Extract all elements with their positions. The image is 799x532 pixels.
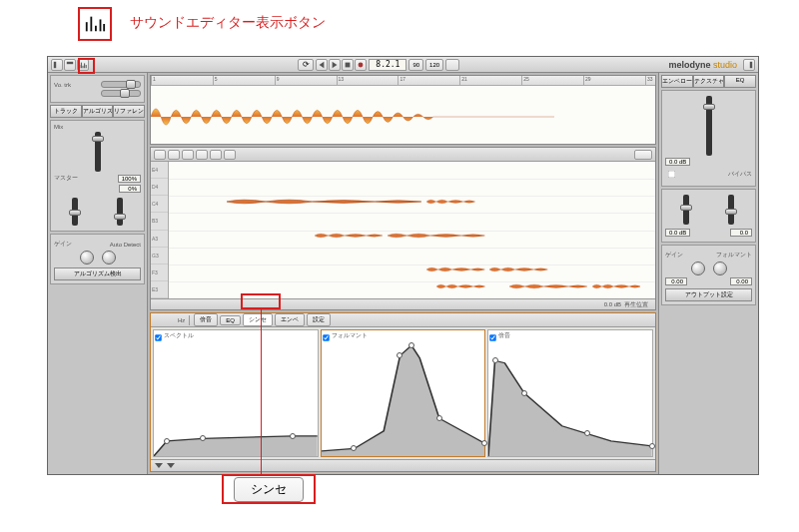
piano-key[interactable]: E4 (151, 162, 168, 179)
piano-key[interactable]: A3 (151, 231, 168, 248)
note-blob[interactable] (388, 232, 484, 240)
track-pan-slider[interactable] (101, 90, 141, 97)
snd-tab-3[interactable]: エンベ (275, 313, 305, 326)
annotation-synth-label: シンセ (222, 474, 316, 504)
envelope-2[interactable]: 倍音 (487, 329, 653, 457)
piano-key[interactable]: F3 (151, 265, 168, 281)
right-fader-1[interactable] (706, 96, 712, 156)
overview-pane[interactable]: 159131721252933 (150, 75, 656, 145)
transport-record[interactable] (355, 59, 367, 71)
snd-subtab-2[interactable] (166, 315, 176, 325)
master-val[interactable]: 100% (118, 175, 141, 183)
envelope-1[interactable]: フォルマント (321, 329, 486, 457)
envelope-0[interactable]: スペクトル (153, 329, 319, 457)
transport-play[interactable] (329, 59, 341, 71)
note-blob[interactable] (315, 232, 383, 240)
track-name-field[interactable]: Vo. trk (54, 82, 71, 88)
ruler-tick: 29 (583, 76, 591, 85)
cycle-button[interactable]: ⟳ (298, 59, 314, 71)
sub-fader-1[interactable] (72, 198, 78, 226)
tool-arrow[interactable] (154, 150, 166, 160)
note-blob[interactable] (227, 198, 421, 206)
snd-settings[interactable] (640, 315, 652, 325)
ruler-tick: 33 (645, 76, 653, 85)
panel-toggle-2[interactable] (64, 59, 76, 71)
transport-rewind[interactable] (316, 59, 328, 71)
env-handle[interactable] (649, 443, 655, 449)
right-tab-env[interactable]: エンベロープ (661, 75, 693, 88)
note-blob[interactable] (426, 198, 475, 206)
piano-key[interactable]: G3 (151, 248, 168, 265)
position-display[interactable]: 8.2.1 (369, 59, 406, 71)
tempo-field-hi[interactable]: 120 (425, 59, 443, 71)
zoom-tool[interactable] (634, 150, 652, 160)
note-blob[interactable] (426, 266, 484, 273)
tool-time[interactable] (210, 150, 222, 160)
right-tab-tex[interactable]: テクスチャー (693, 75, 725, 88)
output-settings-btn[interactable]: アウトプット設定 (665, 288, 752, 301)
dry-val[interactable]: 0% (119, 185, 141, 193)
left-tab-algo[interactable]: アルゴリズム (82, 105, 114, 118)
note-blob[interactable] (509, 282, 587, 290)
tool-formant[interactable] (182, 150, 194, 160)
ruler-tick: 25 (521, 76, 529, 85)
autodetect-knob[interactable] (102, 251, 116, 265)
env-handle[interactable] (290, 433, 296, 439)
snd-tab-4[interactable]: 設定 (307, 313, 331, 326)
footer-menu-1[interactable] (155, 463, 163, 468)
sound-editor-toggle-button[interactable] (77, 59, 89, 71)
annotation-text: サウンドエディター表示ボタン (130, 14, 326, 32)
algo-detect-btn[interactable]: アルゴリズム検出 (54, 267, 141, 280)
overview-ruler[interactable]: 159131721252933 (151, 76, 655, 86)
footer-menu-2[interactable] (167, 463, 175, 468)
panel-toggle-right[interactable] (743, 59, 755, 71)
note-blob[interactable] (489, 266, 547, 273)
tool-note-sep[interactable] (224, 150, 236, 160)
piano-keys[interactable]: E4D4C4B3A3G3F3E3 (151, 162, 169, 298)
env-handle[interactable] (584, 430, 590, 436)
right-sub-fader-1[interactable] (683, 195, 689, 225)
right-tab-eq[interactable]: EQ (724, 75, 756, 88)
bypass-check[interactable] (668, 171, 676, 179)
center-area: 159131721252933 (148, 73, 658, 474)
left-tabs: トラック アルゴリズム リファレンス (50, 105, 145, 118)
env-handle[interactable] (436, 415, 442, 421)
sound-editor-pane: Hz 倍音EQシンセエンベ設定 スペクトルフォルマント倍音 (150, 312, 656, 472)
env-handle[interactable] (164, 438, 170, 444)
tempo-field-lo[interactable]: 90 (408, 59, 423, 71)
piano-key[interactable]: B3 (151, 213, 168, 230)
right-sub-fader-2[interactable] (728, 195, 734, 225)
ruler-tick: 17 (398, 76, 405, 85)
piano-key[interactable]: C4 (151, 196, 168, 213)
piano-grid[interactable] (169, 162, 655, 298)
right-formant-knob[interactable] (713, 262, 727, 275)
annotation-synth-leader-line (261, 307, 262, 474)
left-tab-track[interactable]: トラック (50, 105, 82, 118)
note-blob[interactable] (436, 282, 485, 290)
brand-label: melodyne studio (668, 60, 737, 70)
snd-tab-1[interactable]: EQ (220, 315, 241, 325)
svg-rect-14 (346, 62, 351, 67)
mix-fader[interactable] (95, 132, 101, 172)
svg-rect-16 (750, 61, 752, 67)
gain-knob[interactable] (80, 251, 94, 265)
piano-status-bar: 0.0 dB 再生位置 (151, 298, 655, 309)
piano-key[interactable]: E3 (151, 281, 168, 298)
tool-amp[interactable] (196, 150, 208, 160)
right-level[interactable]: 0.0 dB (665, 158, 690, 166)
panel-toggle-1[interactable] (51, 59, 63, 71)
overview-waveform (151, 90, 655, 144)
sync-button[interactable] (445, 59, 459, 71)
right-gain-knob[interactable] (691, 262, 705, 275)
snd-subtab-1[interactable] (154, 315, 164, 325)
snd-tab-2[interactable]: シンセ (243, 313, 273, 326)
track-gain-slider[interactable] (101, 81, 141, 88)
env-handle[interactable] (408, 342, 414, 348)
tool-pitch[interactable] (168, 150, 180, 160)
sub-fader-2[interactable] (117, 198, 123, 226)
left-tab-ref[interactable]: リファレンス (113, 105, 145, 118)
piano-key[interactable]: D4 (151, 179, 168, 196)
transport-stop[interactable] (342, 59, 354, 71)
note-blob[interactable] (592, 282, 641, 290)
snd-tab-0[interactable]: 倍音 (194, 313, 218, 326)
